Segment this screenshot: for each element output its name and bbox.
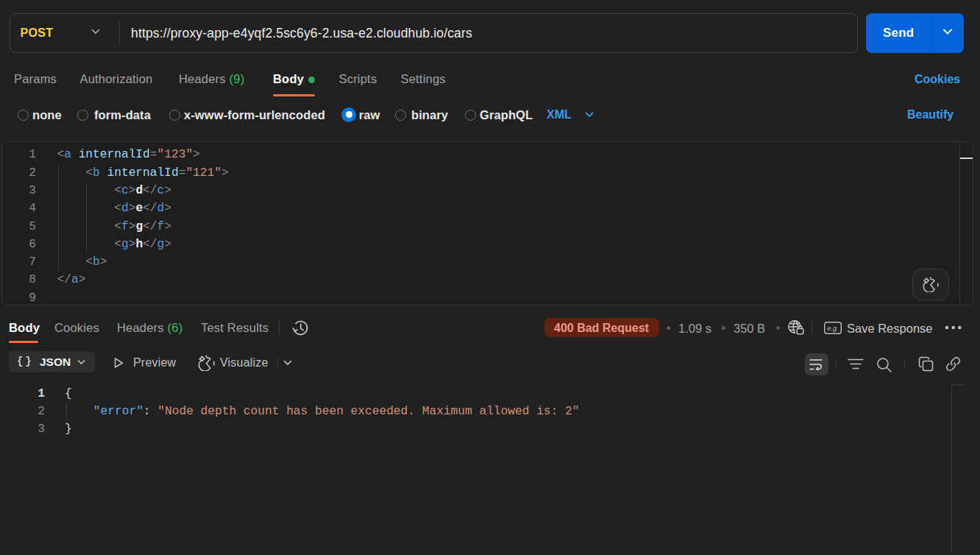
svg-text:e.g.: e.g. (827, 325, 838, 332)
